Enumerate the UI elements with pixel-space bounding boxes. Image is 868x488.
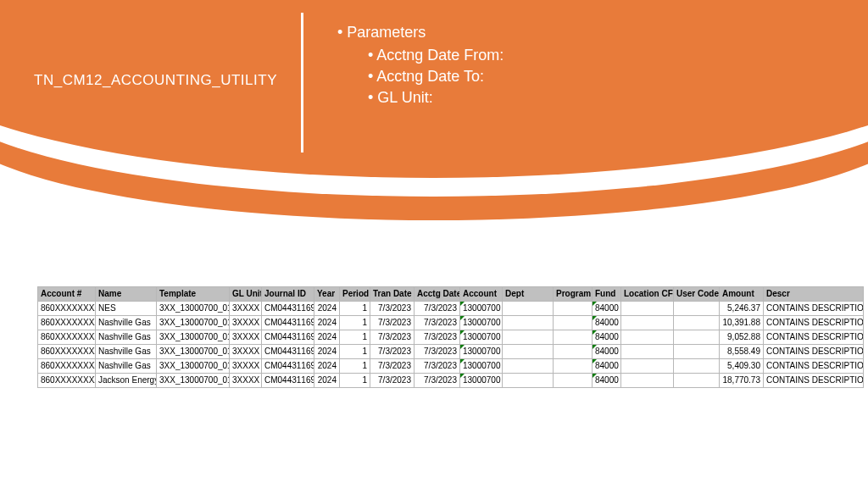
- cell-amount: 18,770.73: [720, 374, 764, 388]
- col-tran-date: Tran Date: [370, 287, 415, 302]
- cell-program: [554, 345, 593, 359]
- cell-year: 2024: [314, 345, 340, 359]
- cell-tran-date: 7/3/2023: [370, 316, 415, 330]
- cell-user-code: [674, 359, 720, 374]
- param-text: Acctng Date To:: [376, 68, 484, 85]
- title-box: TN_CM12_ACCOUNTING_UTILITY: [0, 0, 301, 161]
- cell-account-no: 860XXXXXXXX: [38, 345, 96, 359]
- parameters-label: Parameters Acctng Date From: Acctng Date…: [337, 24, 868, 107]
- col-account: Account: [460, 287, 503, 302]
- table-row: 860XXXXXXXXJackson Energy3XX_13000700_01…: [38, 374, 864, 388]
- cell-period: 1: [340, 330, 370, 345]
- cell-gl-unit: 3XXXX: [230, 374, 262, 388]
- cell-name: Nashville Gas: [96, 359, 157, 374]
- param-text: Acctng Date From:: [376, 47, 504, 64]
- param-acctng-date-from: Acctng Date From:: [368, 47, 868, 64]
- cell-user-code: [674, 316, 720, 330]
- cell-gl-unit: 3XXXX: [230, 359, 262, 374]
- cell-template: 3XX_13000700_01: [157, 302, 230, 316]
- cell-program: [554, 302, 593, 316]
- cell-descr: CONTAINS DESCRIPTION: [764, 316, 864, 330]
- cell-template: 3XX_13000700_01: [157, 359, 230, 374]
- cell-amount: 8,558.49: [720, 345, 764, 359]
- cell-user-code: [674, 302, 720, 316]
- table-row: 860XXXXXXXXNashville Gas3XX_13000700_013…: [38, 345, 864, 359]
- cell-period: 1: [340, 359, 370, 374]
- cell-amount: 10,391.88: [720, 316, 764, 330]
- cell-period: 1: [340, 374, 370, 388]
- cell-period: 1: [340, 345, 370, 359]
- cell-account-no: 860XXXXXXXX: [38, 359, 96, 374]
- cell-dept: [503, 330, 554, 345]
- col-year: Year: [314, 287, 340, 302]
- col-user-code: User Code: [674, 287, 720, 302]
- col-gl-unit: GL Unit: [230, 287, 262, 302]
- cell-year: 2024: [314, 359, 340, 374]
- cell-journal-id: CM04431169: [262, 359, 314, 374]
- cell-program: [554, 359, 593, 374]
- cell-tran-date: 7/3/2023: [370, 345, 415, 359]
- cell-year: 2024: [314, 330, 340, 345]
- cell-year: 2024: [314, 374, 340, 388]
- slide: TN_CM12_ACCOUNTING_UTILITY Parameters Ac…: [0, 0, 868, 488]
- cell-acctg-date: 7/3/2023: [415, 345, 460, 359]
- cell-period: 1: [340, 316, 370, 330]
- cell-tran-date: 7/3/2023: [370, 359, 415, 374]
- data-table: Account # Name Template GL Unit Journal …: [37, 286, 864, 388]
- cell-fund: 84000: [593, 345, 621, 359]
- cell-dept: [503, 316, 554, 330]
- cell-fund: 84000: [593, 359, 621, 374]
- col-name: Name: [96, 287, 157, 302]
- cell-account: 13000700: [460, 316, 503, 330]
- cell-fund: 84000: [593, 302, 621, 316]
- cell-tran-date: 7/3/2023: [370, 330, 415, 345]
- cell-location-cf: [621, 330, 674, 345]
- col-amount: Amount: [720, 287, 764, 302]
- parameters-block: Parameters Acctng Date From: Acctng Date…: [303, 0, 868, 161]
- cell-template: 3XX_13000700_01: [157, 316, 230, 330]
- cell-account-no: 860XXXXXXXX: [38, 316, 96, 330]
- table-body: 860XXXXXXXXNES3XX_13000700_013XXXXCM0443…: [38, 302, 864, 388]
- cell-descr: CONTAINS DESCRIPTION: [764, 330, 864, 345]
- cell-dept: [503, 345, 554, 359]
- cell-dept: [503, 359, 554, 374]
- cell-name: NES: [96, 302, 157, 316]
- cell-fund: 84000: [593, 316, 621, 330]
- cell-fund: 84000: [593, 374, 621, 388]
- cell-user-code: [674, 330, 720, 345]
- cell-amount: 5,409.30: [720, 359, 764, 374]
- cell-account-no: 860XXXXXXXX: [38, 302, 96, 316]
- data-table-wrap: Account # Name Template GL Unit Journal …: [37, 286, 832, 388]
- col-fund: Fund: [593, 287, 621, 302]
- cell-amount: 5,246.37: [720, 302, 764, 316]
- cell-account: 13000700: [460, 359, 503, 374]
- col-acctg-date: Acctg Date: [415, 287, 460, 302]
- cell-acctg-date: 7/3/2023: [415, 316, 460, 330]
- cell-program: [554, 374, 593, 388]
- cell-journal-id: CM04431169: [262, 330, 314, 345]
- cell-gl-unit: 3XXXX: [230, 302, 262, 316]
- cell-tran-date: 7/3/2023: [370, 374, 415, 388]
- table-row: 860XXXXXXXXNashville Gas3XX_13000700_013…: [38, 330, 864, 345]
- cell-acctg-date: 7/3/2023: [415, 330, 460, 345]
- cell-user-code: [674, 345, 720, 359]
- cell-account: 13000700: [460, 330, 503, 345]
- cell-name: Nashville Gas: [96, 316, 157, 330]
- cell-dept: [503, 374, 554, 388]
- cell-location-cf: [621, 316, 674, 330]
- col-location-cf: Location CF: [621, 287, 674, 302]
- cell-program: [554, 316, 593, 330]
- col-dept: Dept: [503, 287, 554, 302]
- cell-account-no: 860XXXXXXXX: [38, 374, 96, 388]
- cell-descr: CONTAINS DESCRIPTION: [764, 302, 864, 316]
- cell-location-cf: [621, 374, 674, 388]
- cell-acctg-date: 7/3/2023: [415, 374, 460, 388]
- cell-journal-id: CM04431169: [262, 302, 314, 316]
- cell-template: 3XX_13000700_01: [157, 330, 230, 345]
- cell-location-cf: [621, 302, 674, 316]
- cell-tran-date: 7/3/2023: [370, 302, 415, 316]
- table-row: 860XXXXXXXXNES3XX_13000700_013XXXXCM0443…: [38, 302, 864, 316]
- cell-account: 13000700: [460, 374, 503, 388]
- param-text: GL Unit:: [377, 89, 432, 106]
- parameters-label-text: Parameters: [347, 24, 426, 41]
